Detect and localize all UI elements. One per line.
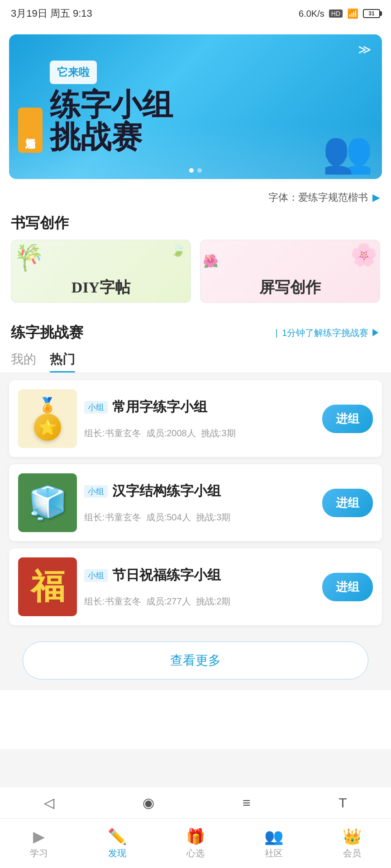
group-name-3: 节日祝福练字小组 (112, 567, 221, 582)
join-button-1[interactable]: 进组 (322, 405, 373, 433)
back-button[interactable]: ◁ (44, 795, 54, 811)
banner-dot-1[interactable] (189, 168, 194, 173)
group-icon-2: 🧊 (18, 473, 77, 532)
banner-double-arrow: ≫ (358, 43, 371, 56)
banner-title-area: 它来啦 练字小组挑战赛 (50, 61, 173, 153)
group-info-1: 小组 常用字练字小组 组长:书童玄冬 成员:2008人 挑战:3期 (84, 398, 315, 439)
nav-label-select: 心选 (186, 847, 205, 859)
banner-dot-2[interactable] (197, 168, 202, 173)
group-info-2: 小组 汉字结构练字小组 组长:书童玄冬 成员:504人 挑战:3期 (84, 482, 315, 524)
load-more-button[interactable]: 查看更多 (23, 642, 368, 679)
menu-button[interactable]: ≡ (243, 795, 251, 811)
font-button[interactable]: T (339, 795, 347, 811)
group-name-row-2: 小组 汉字结构练字小组 (84, 482, 315, 500)
font-info[interactable]: 字体：爱练字规范楷书 ▶ (0, 186, 391, 209)
status-bar: 3月19日 周五 9:13 6.0K/s HD 📶 31 (0, 0, 391, 27)
tab-mine[interactable]: 我的 (11, 351, 36, 373)
challenge-header: 练字挑战赛 | 1分钟了解练字挑战赛 ▶ (0, 314, 391, 347)
challenge-title: 练字挑战赛 (11, 323, 83, 343)
home-button[interactable]: ◉ (143, 795, 154, 811)
fu-icon: 福 (23, 562, 72, 612)
battery-indicator: 31 (363, 9, 380, 18)
diy-card[interactable]: 🎋 🍃 DIY字帖 (11, 240, 191, 303)
writing-section-title: 书写创作 (0, 209, 391, 240)
banner-good-news: 好消息 (18, 108, 43, 153)
banner-section: ≫ 好消息 它来啦 练字小组挑战赛 👥 (0, 27, 391, 186)
screen-card-text: 屏写创作 (200, 277, 380, 298)
group-icon-3: 福 (18, 557, 77, 616)
cube-icon: 🧊 (28, 484, 67, 521)
group-tag-2: 小组 (84, 485, 108, 498)
writing-cards: 🎋 🍃 DIY字帖 🌸 🌺 屏写创作 (0, 240, 391, 314)
nav-label-member: 会员 (343, 847, 361, 859)
hd-badge: HD (329, 9, 343, 18)
group-card-2: 🧊 小组 汉字结构练字小组 组长:书童玄冬 成员:504人 挑战:3期 进组 (9, 464, 382, 541)
nav-item-select[interactable]: 🎁 心选 (157, 819, 235, 868)
nav-label-community: 社区 (265, 847, 283, 859)
status-time: 3月19日 周五 9:13 (11, 7, 92, 20)
join-button-2[interactable]: 进组 (322, 489, 373, 517)
signal-icon: 📶 (347, 8, 358, 19)
diy-deco-leaf: 🍃 (170, 242, 186, 257)
nav-item-discover[interactable]: ✏️ 发现 (78, 819, 157, 868)
nav-item-member[interactable]: 👑 会员 (313, 819, 391, 868)
nav-label-learn: 学习 (30, 847, 48, 859)
nav-label-discover: 发现 (108, 847, 126, 859)
nav-item-community[interactable]: 👥 社区 (234, 819, 313, 868)
group-icon-1: 🏅 ⭐ (18, 389, 77, 448)
group-meta-1: 组长:书童玄冬 成员:2008人 挑战:3期 (84, 427, 315, 439)
font-info-arrow: ▶ (372, 192, 380, 203)
banner-dots (189, 168, 202, 173)
banner-main-title: 练字小组挑战赛 (50, 89, 173, 153)
bottom-nav: ▶ 学习 ✏️ 发现 🎁 心选 👥 社区 👑 会员 (0, 818, 391, 868)
nav-item-learn[interactable]: ▶ 学习 (0, 819, 78, 868)
status-right: 6.0K/s HD 📶 31 (299, 8, 380, 19)
banner-sub-title: 它来啦 (50, 61, 97, 84)
group-info-3: 小组 节日祝福练字小组 组长:书童玄冬 成员:277人 挑战:2期 (84, 566, 315, 608)
group-list: 🏅 ⭐ 小组 常用字练字小组 组长:书童玄冬 成员:2008人 挑战:3期 进组 (0, 373, 391, 632)
screen-deco-flower2: 🌺 (203, 254, 219, 269)
nav-icon-select: 🎁 (186, 827, 205, 845)
diy-card-text: DIY字帖 (11, 277, 191, 298)
load-more-section: 查看更多 (0, 632, 391, 690)
tab-hot[interactable]: 热门 (50, 351, 75, 373)
banner-people-illustration: 👥 (322, 132, 373, 172)
group-name-row-1: 小组 常用字练字小组 (84, 398, 315, 416)
nav-icon-learn: ▶ (33, 827, 45, 845)
join-button-3[interactable]: 进组 (322, 573, 373, 601)
group-card-1: 🏅 ⭐ 小组 常用字练字小组 组长:书童玄冬 成员:2008人 挑战:3期 进组 (9, 380, 382, 457)
nav-icon-community: 👥 (264, 827, 283, 845)
group-tag-1: 小组 (84, 401, 108, 414)
diy-deco-bamboo: 🎋 (11, 240, 47, 274)
screen-deco-flower: 🌸 (350, 242, 377, 268)
screen-card[interactable]: 🌸 🌺 屏写创作 (200, 240, 380, 303)
group-meta-3: 组长:书童玄冬 成员:277人 挑战:2期 (84, 595, 315, 608)
nav-icon-discover: ✏️ (108, 827, 127, 845)
group-name-1: 常用字练字小组 (112, 399, 207, 414)
tabs: 我的 热门 (0, 347, 391, 373)
challenge-link[interactable]: | 1分钟了解练字挑战赛 ▶ (276, 327, 380, 339)
banner[interactable]: ≫ 好消息 它来啦 练字小组挑战赛 👥 (9, 34, 382, 179)
group-name-row-3: 小组 节日祝福练字小组 (84, 566, 315, 585)
group-meta-2: 组长:书童玄冬 成员:504人 挑战:3期 (84, 511, 315, 524)
network-speed: 6.0K/s (299, 9, 324, 19)
group-card-3: 福 小组 节日祝福练字小组 组长:书童玄冬 成员:277人 挑战:2期 进组 (9, 548, 382, 625)
main-content: ≫ 好消息 它来啦 练字小组挑战赛 👥 (0, 27, 391, 749)
medal-circle: ⭐ (34, 414, 61, 441)
group-name-2: 汉字结构练字小组 (112, 483, 221, 498)
system-nav-bar: ◁ ◉ ≡ T (0, 787, 391, 818)
group-tag-3: 小组 (84, 569, 108, 582)
nav-icon-member: 👑 (343, 827, 362, 845)
medal-ribbon-icon: 🏅 (38, 396, 57, 414)
